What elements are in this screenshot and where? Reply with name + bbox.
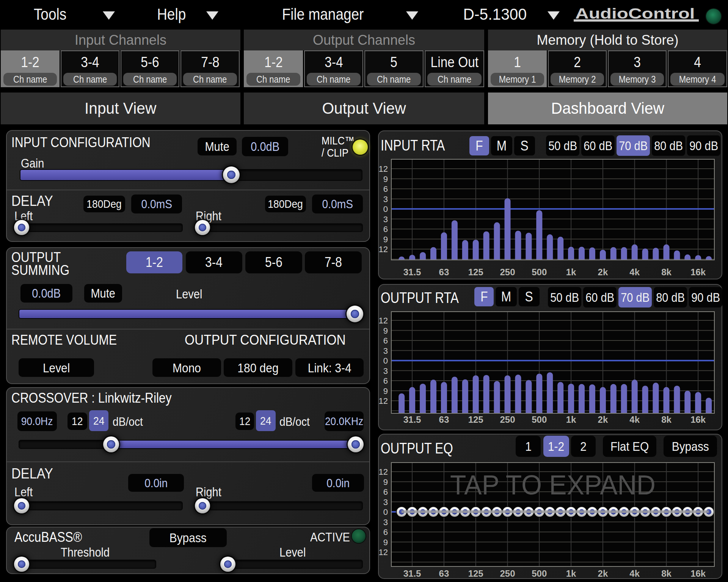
svg-text:4k: 4k: [629, 568, 640, 579]
svg-text:TAP TO EXPAND: TAP TO EXPAND: [450, 470, 656, 500]
svg-text:12: 12: [379, 316, 388, 325]
svg-text:12: 12: [379, 164, 388, 174]
svg-text:16k: 16k: [690, 568, 706, 579]
svg-text:8k: 8k: [661, 267, 672, 277]
svg-text:500: 500: [532, 568, 547, 579]
svg-text:6: 6: [383, 527, 388, 537]
svg-text:1k: 1k: [566, 568, 576, 579]
svg-text:0: 0: [383, 356, 388, 366]
svg-text:250: 250: [500, 267, 515, 277]
svg-text:0: 0: [383, 204, 388, 214]
svg-text:125: 125: [468, 414, 483, 425]
svg-text:3: 3: [383, 497, 388, 507]
svg-text:31.5: 31.5: [403, 568, 421, 579]
svg-text:12: 12: [379, 396, 388, 406]
svg-text:125: 125: [468, 568, 483, 579]
svg-text:6: 6: [383, 224, 388, 234]
svg-text:16k: 16k: [690, 414, 706, 425]
svg-text:31.5: 31.5: [403, 414, 421, 425]
svg-text:3: 3: [383, 346, 388, 356]
svg-text:250: 250: [500, 568, 515, 579]
svg-text:63: 63: [439, 568, 449, 579]
svg-text:3: 3: [383, 215, 388, 224]
svg-text:500: 500: [532, 414, 547, 425]
svg-text:31.5: 31.5: [403, 267, 421, 277]
svg-text:6: 6: [383, 376, 388, 386]
svg-text:12: 12: [379, 467, 388, 477]
svg-text:500: 500: [532, 267, 547, 277]
svg-text:3: 3: [383, 518, 388, 527]
svg-text:1k: 1k: [566, 414, 576, 425]
svg-text:3: 3: [383, 195, 388, 204]
svg-text:2k: 2k: [598, 267, 608, 277]
svg-text:2k: 2k: [598, 414, 608, 425]
svg-text:9: 9: [383, 477, 388, 487]
svg-text:125: 125: [468, 267, 483, 277]
svg-text:63: 63: [439, 414, 449, 425]
svg-text:9: 9: [383, 235, 388, 244]
svg-text:12: 12: [379, 245, 388, 254]
svg-text:9: 9: [383, 386, 388, 396]
svg-text:8k: 8k: [661, 568, 672, 579]
svg-text:1k: 1k: [566, 267, 576, 277]
svg-text:3: 3: [383, 366, 388, 376]
svg-text:9: 9: [383, 538, 388, 547]
svg-text:63: 63: [439, 267, 449, 277]
svg-text:12: 12: [379, 547, 388, 557]
svg-text:6: 6: [383, 184, 388, 194]
svg-text:9: 9: [383, 326, 388, 336]
svg-text:6: 6: [383, 487, 388, 497]
svg-text:9: 9: [383, 174, 388, 184]
svg-text:16k: 16k: [690, 267, 706, 277]
svg-text:4k: 4k: [629, 414, 640, 425]
svg-text:2k: 2k: [598, 568, 608, 579]
svg-text:0: 0: [383, 507, 388, 517]
svg-text:8k: 8k: [661, 414, 672, 425]
svg-text:4k: 4k: [629, 267, 640, 277]
svg-text:6: 6: [383, 336, 388, 345]
svg-text:250: 250: [500, 414, 515, 425]
